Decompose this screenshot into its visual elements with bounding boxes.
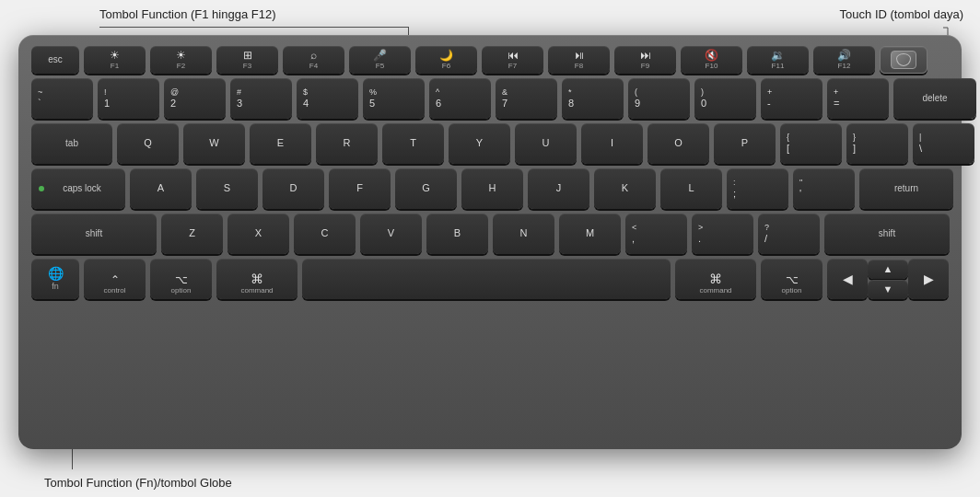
key-f3[interactable]: ⊞ F3 bbox=[216, 46, 278, 74]
key-g[interactable]: G bbox=[395, 168, 457, 209]
key-j[interactable]: J bbox=[528, 168, 589, 209]
key-f5[interactable]: 🎤 F5 bbox=[349, 46, 411, 74]
key-7[interactable]: & 7 bbox=[496, 78, 557, 119]
annotation-fn-globe: Tombol Function (Fn)/tombol Globe bbox=[44, 476, 232, 490]
arrow-up-down-group: ▲ ▼ bbox=[868, 260, 908, 299]
key-backslash[interactable]: | \ bbox=[913, 123, 974, 164]
key-c[interactable]: C bbox=[294, 214, 356, 254]
key-d[interactable]: D bbox=[262, 168, 324, 209]
key-caps-lock[interactable]: caps lock bbox=[31, 168, 125, 209]
key-arrow-right[interactable]: ▶ bbox=[908, 259, 949, 299]
key-semicolon[interactable]: : ; bbox=[727, 168, 788, 209]
number-row: ~ ` ! 1 @ 2 # 3 $ 4 % 5 ^ 6 & 7 bbox=[31, 78, 949, 119]
key-quote[interactable]: " ' bbox=[793, 168, 855, 209]
key-w[interactable]: W bbox=[183, 123, 245, 164]
key-8[interactable]: * 8 bbox=[562, 78, 624, 119]
key-shift-right[interactable]: shift bbox=[824, 214, 950, 254]
key-option-right[interactable]: ⌥ option bbox=[761, 259, 822, 299]
key-space[interactable] bbox=[302, 259, 671, 299]
key-z[interactable]: Z bbox=[161, 214, 223, 254]
key-delete[interactable]: delete bbox=[893, 78, 976, 119]
key-f[interactable]: F bbox=[329, 168, 391, 209]
key-n[interactable]: N bbox=[493, 214, 554, 254]
key-0[interactable]: ) 0 bbox=[694, 78, 756, 119]
key-backtick[interactable]: ~ ` bbox=[31, 78, 93, 119]
key-b[interactable]: B bbox=[426, 214, 488, 254]
key-p[interactable]: P bbox=[714, 123, 776, 164]
globe-icon: 🌐 bbox=[48, 266, 64, 282]
key-period[interactable]: > . bbox=[692, 214, 753, 254]
keyboard: esc ☀ F1 ☀ F2 ⊞ F3 ⌕ F4 🎤 F5 🌙 F6 bbox=[18, 35, 962, 449]
key-f7[interactable]: ⏮ F7 bbox=[482, 46, 543, 74]
key-tab[interactable]: tab bbox=[31, 123, 112, 164]
key-e[interactable]: E bbox=[250, 123, 311, 164]
key-m[interactable]: M bbox=[559, 214, 621, 254]
key-u[interactable]: U bbox=[515, 123, 577, 164]
key-x[interactable]: X bbox=[228, 214, 289, 254]
key-f9[interactable]: ⏭ F9 bbox=[614, 46, 676, 74]
key-arrow-left[interactable]: ◀ bbox=[827, 259, 868, 299]
key-arrow-down[interactable]: ▼ bbox=[868, 280, 908, 299]
key-minus[interactable]: + - bbox=[761, 78, 822, 119]
key-o[interactable]: O bbox=[648, 123, 709, 164]
key-f8[interactable]: ⏯ F8 bbox=[548, 46, 610, 74]
key-2[interactable]: @ 2 bbox=[164, 78, 226, 119]
key-comma[interactable]: < , bbox=[625, 214, 687, 254]
key-k[interactable]: K bbox=[594, 168, 656, 209]
key-control-left[interactable]: ⌃ control bbox=[84, 259, 146, 299]
key-return[interactable]: return bbox=[859, 168, 953, 209]
key-q[interactable]: Q bbox=[117, 123, 179, 164]
annotation-function-keys: Tombol Function (F1 hingga F12) bbox=[99, 7, 275, 21]
key-f4[interactable]: ⌕ F4 bbox=[283, 46, 344, 74]
key-9[interactable]: ( 9 bbox=[628, 78, 690, 119]
arrow-key-group: ◀ ▲ ▼ ▶ bbox=[827, 259, 949, 299]
key-shift-left[interactable]: shift bbox=[31, 214, 157, 254]
key-equals[interactable]: + = bbox=[827, 78, 889, 119]
key-f12[interactable]: 🔊 F12 bbox=[813, 46, 875, 74]
key-f2[interactable]: ☀ F2 bbox=[150, 46, 212, 74]
bottom-row: 🌐 fn ⌃ control ⌥ option ⌘ command ⌘ comm… bbox=[31, 259, 949, 299]
key-close-bracket[interactable]: } ] bbox=[846, 123, 908, 164]
key-arrow-up[interactable]: ▲ bbox=[868, 260, 908, 279]
shift-row: shift Z X C V B N M < , > . ? / shift bbox=[31, 214, 949, 254]
key-a[interactable]: A bbox=[130, 168, 192, 209]
key-slash[interactable]: ? / bbox=[758, 214, 820, 254]
key-open-bracket[interactable]: { [ bbox=[780, 123, 842, 164]
key-h[interactable]: H bbox=[461, 168, 523, 209]
caps-lock-indicator bbox=[39, 186, 44, 191]
key-t[interactable]: T bbox=[382, 123, 444, 164]
key-fn-globe[interactable]: 🌐 fn bbox=[31, 259, 79, 299]
key-v[interactable]: V bbox=[360, 214, 422, 254]
key-f6[interactable]: 🌙 F6 bbox=[415, 46, 477, 74]
key-f11[interactable]: 🔉 F11 bbox=[747, 46, 809, 74]
key-3[interactable]: # 3 bbox=[230, 78, 292, 119]
key-r[interactable]: R bbox=[316, 123, 378, 164]
key-1[interactable]: ! 1 bbox=[98, 78, 159, 119]
key-5[interactable]: % 5 bbox=[363, 78, 425, 119]
key-command-left[interactable]: ⌘ command bbox=[216, 259, 298, 299]
key-f1[interactable]: ☀ F1 bbox=[84, 46, 146, 74]
key-y[interactable]: Y bbox=[449, 123, 510, 164]
key-6[interactable]: ^ 6 bbox=[429, 78, 491, 119]
caps-row: caps lock A S D F G H J K L : ; " ' retu… bbox=[31, 168, 949, 209]
key-s[interactable]: S bbox=[196, 168, 258, 209]
key-l[interactable]: L bbox=[660, 168, 722, 209]
key-esc[interactable]: esc bbox=[31, 46, 79, 74]
key-f10[interactable]: 🔇 F10 bbox=[681, 46, 742, 74]
key-option-left[interactable]: ⌥ option bbox=[150, 259, 212, 299]
key-command-right[interactable]: ⌘ command bbox=[675, 259, 756, 299]
key-4[interactable]: $ 4 bbox=[297, 78, 358, 119]
key-touch-id[interactable] bbox=[880, 46, 928, 74]
key-i[interactable]: I bbox=[581, 123, 643, 164]
tab-row: tab Q W E R T Y U I O P { [ } ] | \ bbox=[31, 123, 949, 164]
function-row: esc ☀ F1 ☀ F2 ⊞ F3 ⌕ F4 🎤 F5 🌙 F6 bbox=[31, 46, 949, 74]
